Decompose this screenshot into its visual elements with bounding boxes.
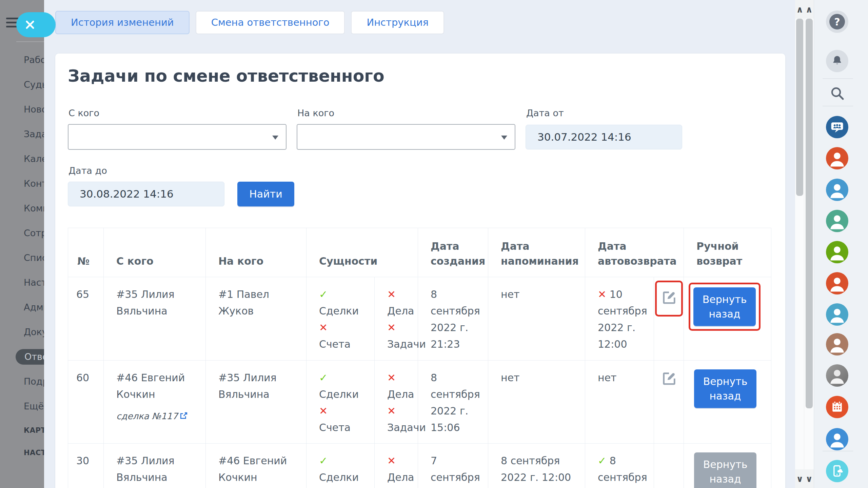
- row-edit-cell: [654, 444, 684, 488]
- row-edit-cell: [654, 361, 684, 444]
- row-entities-main: ✓ Сделки ✕ Счета: [307, 277, 375, 361]
- cross-icon: ✕: [387, 322, 396, 333]
- sidebar-item[interactable]: Ещё: [0, 394, 44, 419]
- sidebar-item[interactable]: Наст: [0, 270, 44, 295]
- sidebar-item[interactable]: Рабо: [0, 47, 44, 72]
- tab-history[interactable]: История изменений: [55, 11, 190, 34]
- team-chat-button[interactable]: [826, 116, 848, 138]
- scrollbar-area: ∧ ∧ ∨ ∨: [795, 0, 814, 488]
- sidebar-item[interactable]: Зада: [0, 122, 44, 146]
- sidebar-item[interactable]: Доку: [0, 320, 44, 344]
- date-to-input[interactable]: 30.08.2022 14:16: [68, 182, 224, 206]
- user-avatar[interactable]: [826, 147, 848, 169]
- search-button[interactable]: [826, 82, 848, 104]
- user-avatar[interactable]: [826, 179, 848, 201]
- row-created: 7 сентября 2022 г.: [418, 444, 488, 488]
- edit-icon[interactable]: [660, 370, 678, 388]
- date-from-input[interactable]: 30.07.2022 14:16: [526, 125, 682, 149]
- user-avatar[interactable]: [826, 272, 848, 294]
- col-manual-return: Ручной возврат: [684, 228, 771, 277]
- scrollbar-buttons-bottom: ∨ ∨: [795, 469, 814, 488]
- sidebar-item[interactable]: Ново: [0, 97, 44, 122]
- notifications-button[interactable]: [826, 50, 848, 72]
- sidebar-item[interactable]: Спис: [0, 245, 44, 270]
- check-icon: ✓: [319, 455, 328, 467]
- row-from: #46 Евгений Кочкин сделка №117: [104, 361, 206, 444]
- col-created: Дата создания: [418, 228, 488, 277]
- sidebar-menu: Рабо Судь Ново Зада Кале Конт Комм Сотр …: [0, 47, 44, 419]
- row-to: #46 Евгений Кочкин: [206, 444, 307, 488]
- sidebar-footer-item[interactable]: КАРТА: [24, 426, 44, 434]
- sidebar-item[interactable]: Комм: [0, 196, 44, 221]
- col-autoreturn: Дата автовозврата: [585, 228, 684, 277]
- person-icon: [828, 366, 847, 385]
- sidebar-item[interactable]: Судь: [0, 72, 44, 97]
- phone-cloud-icon: [830, 464, 845, 479]
- scroll-up-icon[interactable]: ∧: [806, 5, 813, 14]
- edit-icon[interactable]: [660, 289, 678, 307]
- row-to: #35 Лилия Вяльчина: [206, 361, 307, 444]
- from-label: С кого: [68, 108, 99, 118]
- chevron-down-icon: [272, 136, 278, 140]
- row-autoreturn: ✓ 8 сентября 2022 г.: [585, 444, 654, 488]
- row-entities-other: ✕ Дела ✕ Задачи: [375, 444, 418, 488]
- help-button[interactable]: ?: [826, 11, 848, 33]
- sidebar-item-selected[interactable]: Отве: [0, 344, 44, 369]
- close-sidebar-button[interactable]: [16, 12, 56, 37]
- scrollbar-inner[interactable]: [805, 19, 814, 469]
- bell-icon: [830, 54, 844, 68]
- calendar-button[interactable]: [826, 396, 848, 418]
- user-avatar[interactable]: [826, 241, 848, 263]
- tab-instruction[interactable]: Инструкция: [351, 11, 444, 34]
- row-created: 8 сентября 2022 г. 21:23: [418, 277, 488, 361]
- return-back-button[interactable]: Вернуть назад: [694, 369, 756, 408]
- col-num: №: [68, 228, 104, 277]
- sidebar-item[interactable]: Кале: [0, 146, 44, 171]
- table-row: 65 #35 Лилия Вяльчина #1 Павел Жуков ✓ С…: [68, 277, 771, 361]
- rail-divider: [823, 106, 853, 106]
- row-from: #35 Лилия Вяльчина: [104, 444, 206, 488]
- chevron-down-icon: [501, 136, 507, 140]
- user-avatar[interactable]: [826, 210, 848, 232]
- check-icon: ✓: [598, 455, 606, 467]
- right-rail: ?: [814, 0, 868, 488]
- user-avatar[interactable]: [826, 333, 848, 355]
- scroll-down-icon[interactable]: ∨: [796, 474, 803, 483]
- cross-icon: ✕: [598, 288, 606, 300]
- user-avatar[interactable]: [826, 303, 848, 326]
- user-photo-avatar[interactable]: [826, 364, 848, 387]
- user-avatar[interactable]: [826, 428, 848, 450]
- sidebar-item[interactable]: Сотр: [0, 221, 44, 245]
- scroll-down-icon[interactable]: ∨: [806, 474, 813, 483]
- row-from: #35 Лилия Вяльчина: [104, 277, 206, 361]
- scrollbar-buttons-top: ∧ ∧: [795, 0, 814, 19]
- return-back-button[interactable]: Вернуть назад: [693, 287, 756, 326]
- team-chat-icon: [830, 120, 845, 135]
- close-icon: [23, 18, 37, 32]
- person-icon: [828, 305, 847, 324]
- scroll-up-icon[interactable]: ∧: [796, 5, 803, 14]
- tab-change-responsible[interactable]: Смена ответственного: [196, 11, 345, 34]
- to-label: На кого: [297, 108, 334, 118]
- question-icon: ?: [829, 14, 845, 29]
- sidebar-item[interactable]: Адми: [0, 295, 44, 320]
- person-icon: [828, 211, 847, 230]
- sidebar-item[interactable]: Подр: [0, 369, 44, 394]
- from-select[interactable]: [68, 124, 287, 150]
- phone-sync-button[interactable]: [826, 460, 848, 482]
- deal-link[interactable]: сделка №117: [116, 408, 199, 425]
- row-num: 65: [68, 277, 104, 361]
- find-button[interactable]: Найти: [237, 182, 294, 206]
- content-card: Задачи по смене ответственного С кого На…: [55, 54, 785, 488]
- to-select[interactable]: [297, 124, 515, 150]
- scrollbar-thumb[interactable]: [806, 19, 813, 408]
- return-back-button-disabled[interactable]: Вернуть назад: [694, 452, 756, 488]
- sidebar-footer-item[interactable]: НАСТР: [24, 449, 44, 457]
- scrollbar-thumb[interactable]: [796, 19, 803, 196]
- row-reminder: нет: [488, 277, 585, 361]
- sidebar-item[interactable]: Конт: [0, 171, 44, 196]
- highlight-box: [655, 281, 683, 317]
- sidebar-footer: КАРТА НАСТР: [24, 426, 44, 471]
- row-autoreturn: нет: [585, 361, 654, 444]
- scrollbar-outer[interactable]: [795, 19, 804, 469]
